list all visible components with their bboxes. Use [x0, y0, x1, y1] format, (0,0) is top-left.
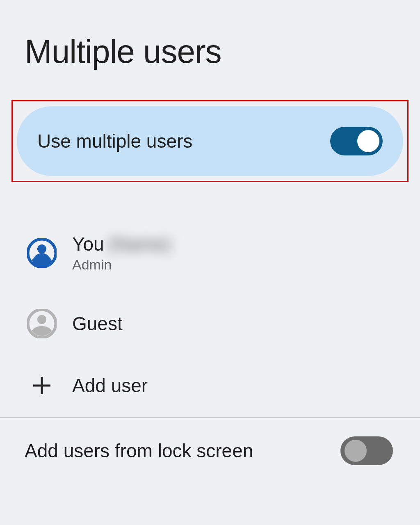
- guest-label: Guest: [72, 313, 123, 335]
- user-name-blurred: (Name): [108, 233, 171, 255]
- user-row-guest[interactable]: Guest: [0, 299, 420, 348]
- plus-icon: [27, 375, 57, 396]
- page-title: Multiple users: [0, 0, 420, 71]
- switch-thumb-icon: [345, 440, 367, 462]
- use-multiple-users-label: Use multiple users: [37, 130, 192, 152]
- highlighted-toggle-container: Use multiple users: [11, 100, 409, 182]
- use-multiple-users-switch[interactable]: [330, 127, 383, 155]
- user-list: You (Name) Admin Guest Add use: [0, 223, 420, 417]
- user-name-you: You (Name): [72, 233, 171, 255]
- user-avatar-icon: [27, 238, 57, 268]
- add-from-lock-screen-switch[interactable]: [340, 436, 393, 465]
- guest-avatar-icon: [27, 309, 57, 338]
- user-name-label: You: [72, 233, 104, 255]
- svg-point-5: [37, 315, 46, 324]
- add-from-lock-screen-row[interactable]: Add users from lock screen: [0, 418, 420, 465]
- user-role-label: Admin: [72, 257, 171, 273]
- user-row-you[interactable]: You (Name) Admin: [0, 223, 420, 283]
- add-from-lock-screen-label: Add users from lock screen: [25, 440, 253, 462]
- svg-point-1: [37, 244, 46, 253]
- add-user-label: Add user: [72, 374, 148, 397]
- use-multiple-users-row[interactable]: Use multiple users: [17, 106, 403, 176]
- switch-thumb-icon: [357, 130, 379, 152]
- add-user-row[interactable]: Add user: [0, 365, 420, 417]
